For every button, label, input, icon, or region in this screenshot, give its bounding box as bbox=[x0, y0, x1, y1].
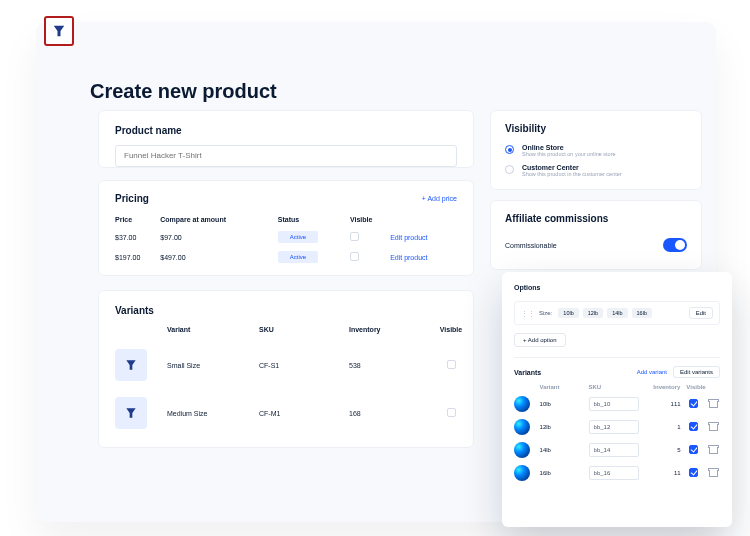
variants-card: Variants Variant SKU Inventory Visible S… bbox=[98, 290, 474, 448]
visible-checkbox[interactable] bbox=[350, 232, 359, 241]
float-variant-row: 14lb 5 bbox=[514, 442, 720, 458]
variant-col: Variant bbox=[167, 326, 259, 333]
funnel-icon bbox=[50, 22, 68, 40]
trash-icon[interactable] bbox=[709, 445, 718, 454]
option-chip: 10lb bbox=[558, 308, 578, 318]
fv-visible-checkbox[interactable] bbox=[689, 422, 698, 431]
visible-col: Visible bbox=[350, 212, 390, 227]
float-variants-title: Variants bbox=[514, 369, 541, 376]
sku-col: SKU bbox=[259, 326, 349, 333]
fv-sku-input[interactable] bbox=[589, 466, 639, 480]
affiliate-card: Affiliate commissions Commissionable bbox=[490, 200, 702, 270]
product-name-input[interactable] bbox=[115, 145, 457, 167]
visibility-card: Visibility Online Store Show this produc… bbox=[490, 110, 702, 190]
options-title: Options bbox=[514, 284, 720, 291]
trash-icon[interactable] bbox=[709, 468, 718, 477]
fv-sku-input[interactable] bbox=[589, 397, 639, 411]
variant-name: Medium Size bbox=[167, 410, 259, 417]
variant-sku: CF-M1 bbox=[259, 410, 349, 417]
price-value: $37.00 bbox=[115, 227, 160, 247]
variant-avatar-icon bbox=[514, 465, 530, 481]
compare-value: $497.00 bbox=[160, 247, 278, 267]
fv-variant-col: Variant bbox=[540, 384, 583, 390]
status-badge: Active bbox=[278, 231, 318, 243]
variant-avatar-icon bbox=[514, 442, 530, 458]
drag-handle-icon[interactable]: ⋮⋮ bbox=[521, 310, 535, 317]
float-variant-row: 16lb 11 bbox=[514, 465, 720, 481]
pricing-card: Pricing + Add price Price Compare at amo… bbox=[98, 180, 474, 276]
compare-value: $97.00 bbox=[160, 227, 278, 247]
options-variants-popover: Options ⋮⋮ Size: 10lb 12lb 14lb 16lb Edi… bbox=[502, 272, 732, 527]
radio-icon[interactable] bbox=[505, 165, 514, 174]
variant-row[interactable]: Small Size CF-S1 538 bbox=[115, 343, 457, 387]
fv-inventory-col: Inventory bbox=[649, 384, 680, 390]
visibility-option-desc: Show this product in the customer center bbox=[522, 171, 622, 178]
visibility-option-desc: Show this product on your online store bbox=[522, 151, 616, 158]
fv-visible-checkbox[interactable] bbox=[689, 399, 698, 408]
trash-icon[interactable] bbox=[709, 422, 718, 431]
add-option-button[interactable]: + Add option bbox=[514, 333, 566, 347]
option-chip: 14lb bbox=[607, 308, 627, 318]
visibility-option-label: Online Store bbox=[522, 144, 616, 151]
visible-col: Visible bbox=[433, 326, 469, 333]
float-variant-row: 10lb 111 bbox=[514, 396, 720, 412]
add-variant-link[interactable]: Add variant bbox=[637, 369, 667, 375]
price-value: $197.00 bbox=[115, 247, 160, 267]
funnel-icon bbox=[123, 405, 139, 421]
status-col: Status bbox=[278, 212, 350, 227]
variants-title: Variants bbox=[115, 305, 457, 316]
edit-product-link[interactable]: Edit product bbox=[390, 234, 427, 241]
page-title: Create new product bbox=[90, 80, 277, 103]
visibility-option[interactable]: Online Store Show this product on your o… bbox=[505, 144, 687, 158]
edit-variants-button[interactable]: Edit variants bbox=[673, 366, 720, 378]
option-chip: 16lb bbox=[632, 308, 652, 318]
variant-thumb bbox=[115, 349, 147, 381]
option-chip: 12lb bbox=[583, 308, 603, 318]
visibility-option[interactable]: Customer Center Show this product in the… bbox=[505, 164, 687, 178]
pricing-title: Pricing bbox=[115, 193, 149, 204]
commissionable-label: Commissionable bbox=[505, 242, 557, 249]
fv-inventory: 5 bbox=[649, 447, 680, 453]
fv-visible-checkbox[interactable] bbox=[689, 468, 698, 477]
fv-inventory: 11 bbox=[649, 470, 680, 476]
product-name-label: Product name bbox=[115, 125, 457, 136]
price-row: $37.00 $97.00 Active Edit product bbox=[115, 227, 457, 247]
radio-selected-icon[interactable] bbox=[505, 145, 514, 154]
fv-visible-checkbox[interactable] bbox=[689, 445, 698, 454]
visibility-title: Visibility bbox=[505, 123, 687, 134]
inventory-col: Inventory bbox=[349, 326, 433, 333]
variant-avatar-icon bbox=[514, 419, 530, 435]
variant-name: Small Size bbox=[167, 362, 259, 369]
commissionable-toggle[interactable] bbox=[663, 238, 687, 252]
variant-row[interactable]: Medium Size CF-M1 168 bbox=[115, 391, 457, 435]
fv-inventory: 1 bbox=[649, 424, 680, 430]
float-variant-row: 12lb 1 bbox=[514, 419, 720, 435]
visibility-option-label: Customer Center bbox=[522, 164, 622, 171]
fv-variant-name: 12lb bbox=[540, 424, 583, 430]
fv-sku-input[interactable] bbox=[589, 443, 639, 457]
edit-option-button[interactable]: Edit bbox=[689, 307, 713, 319]
price-col: Price bbox=[115, 212, 160, 227]
trash-icon[interactable] bbox=[709, 399, 718, 408]
fv-sku-col: SKU bbox=[588, 384, 643, 390]
add-price-link[interactable]: + Add price bbox=[422, 195, 457, 202]
fv-variant-name: 14lb bbox=[540, 447, 583, 453]
visible-checkbox[interactable] bbox=[350, 252, 359, 261]
variant-avatar-icon bbox=[514, 396, 530, 412]
fv-variant-name: 10lb bbox=[540, 401, 583, 407]
variant-inv: 168 bbox=[349, 410, 433, 417]
compare-col: Compare at amount bbox=[160, 212, 278, 227]
fv-inventory: 111 bbox=[649, 401, 680, 407]
fv-visible-col: Visible bbox=[686, 384, 700, 390]
status-badge: Active bbox=[278, 251, 318, 263]
option-row[interactable]: ⋮⋮ Size: 10lb 12lb 14lb 16lb Edit bbox=[514, 301, 720, 325]
fv-variant-name: 16lb bbox=[540, 470, 583, 476]
visible-checkbox[interactable] bbox=[447, 408, 456, 417]
affiliate-title: Affiliate commissions bbox=[505, 213, 687, 224]
edit-product-link[interactable]: Edit product bbox=[390, 254, 427, 261]
funnel-icon bbox=[123, 357, 139, 373]
variant-sku: CF-S1 bbox=[259, 362, 349, 369]
option-key: Size: bbox=[539, 310, 552, 316]
fv-sku-input[interactable] bbox=[589, 420, 639, 434]
visible-checkbox[interactable] bbox=[447, 360, 456, 369]
